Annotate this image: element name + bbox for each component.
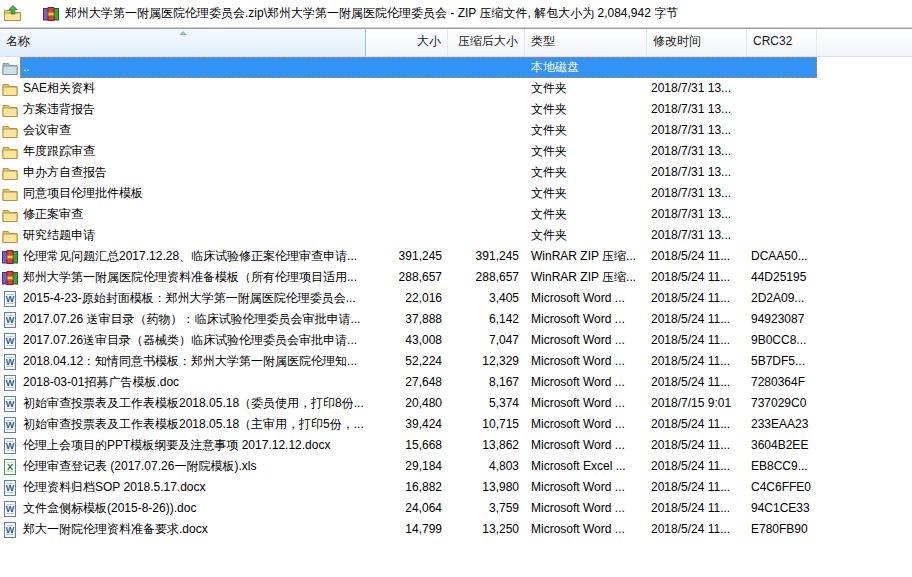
cell-size [367,184,449,203]
row-body[interactable]: 同意项目伦理批件模板文件夹2018/7/31 13... [20,183,817,204]
cell-type: Microsoft Word ... [526,331,648,350]
file-row[interactable]: W2018.04.12：知情同意书模板：郑州大学第一附属医院伦理知...52,2… [0,351,912,372]
file-row[interactable]: 伦理常见问题汇总2017.12.28、临床试验修正案伦理审查申请...391,2… [0,246,912,267]
column-header-size[interactable]: 大小 [366,29,448,56]
svg-text:W: W [6,335,15,345]
row-body[interactable]: 伦理常见问题汇总2017.12.28、临床试验修正案伦理审查申请...391,2… [20,246,817,267]
row-body[interactable]: 伦理审查登记表 (2017.07.26一附院模板).xls29,1844,803… [20,456,817,477]
parent-folder-icon [0,60,20,76]
sort-ascending-icon [179,31,187,35]
cell-name: SAE相关资料 [21,79,367,98]
column-header-crc[interactable]: CRC32 [747,29,817,56]
folder-row[interactable]: 同意项目伦理批件模板文件夹2018/7/31 13... [0,183,912,204]
folder-row[interactable]: 研究结题申请文件夹2018/7/31 13... [0,225,912,246]
cell-crc: E780FB90 [748,520,817,539]
folder-row[interactable]: 方案违背报告文件夹2018/7/31 13... [0,99,912,120]
cell-mod: 2018/5/24 11... [648,436,748,455]
cell-crc [748,79,817,98]
archive-path-bar[interactable]: 郑州大学第一附属医院伦理委员会.zip\郑州大学第一附属医院伦理委员会 - ZI… [43,5,678,22]
file-row[interactable]: W郑大一附院伦理资料准备要求.docx14,79913,250Microsoft… [0,519,912,540]
folder-icon [0,228,20,244]
cell-type: WinRAR ZIP 压缩... [526,247,648,266]
row-body[interactable]: 初始审查投票表及工作表模板2018.05.18（主审用，打印5份，...39,4… [20,414,817,435]
folder-row[interactable]: 会议审查文件夹2018/7/31 13... [0,120,912,141]
file-row[interactable]: W2017.07.26送审目录（器械类）临床试验伦理委员会审批申请...43,0… [0,330,912,351]
row-body[interactable]: 2017.07.26送审目录（器械类）临床试验伦理委员会审批申请...43,00… [20,330,817,351]
file-row[interactable]: W文件盒侧标模板(2015-8-26)).doc24,0643,759Micro… [0,498,912,519]
cell-mod: 2018/5/24 11... [648,352,748,371]
cell-size: 20,480 [367,394,449,413]
winrar-archive-icon [0,270,20,286]
row-body[interactable]: 郑州大学第一附属医院伦理资料准备模板（所有伦理项目适用...288,657288… [20,267,817,288]
column-header-mod[interactable]: 修改时间 [647,29,747,56]
folder-row[interactable]: 修正案审查文件夹2018/7/31 13... [0,204,912,225]
folder-icon [0,186,20,202]
row-body[interactable]: 文件盒侧标模板(2015-8-26)).doc24,0643,759Micros… [20,498,817,519]
svg-text:W: W [6,419,15,429]
cell-mod: 2018/7/31 13... [648,142,748,161]
cell-size: 14,799 [367,520,449,539]
row-body[interactable]: 会议审查文件夹2018/7/31 13... [20,120,817,141]
cell-crc [748,205,817,224]
row-body[interactable]: 方案违背报告文件夹2018/7/31 13... [20,99,817,120]
cell-name: 会议审查 [21,121,367,140]
row-body[interactable]: SAE相关资料文件夹2018/7/31 13... [20,78,817,99]
cell-size [367,226,449,245]
cell-size: 52,224 [367,352,449,371]
cell-packed [449,58,526,77]
file-row[interactable]: W2017.07.26 送审目录（药物）：临床试验伦理委员会审批申请...37,… [0,309,912,330]
cell-size: 288,657 [367,268,449,287]
row-body[interactable]: 初始审查投票表及工作表模板2018.05.18（委员使用，打印8份...20,4… [20,393,817,414]
row-body[interactable]: 申办方自查报告文件夹2018/7/31 13... [20,162,817,183]
cell-packed [449,205,526,224]
word-doc-icon: W [0,417,20,433]
file-row[interactable]: W伦理上会项目的PPT模板纲要及注意事项 2017.12.12.docx15,6… [0,435,912,456]
file-row[interactable]: X伦理审查登记表 (2017.07.26一附院模板).xls29,1844,80… [0,456,912,477]
folder-row[interactable]: 申办方自查报告文件夹2018/7/31 13... [0,162,912,183]
cell-packed: 7,047 [449,331,526,350]
folder-row[interactable]: 年度跟踪审查文件夹2018/7/31 13... [0,141,912,162]
file-row[interactable]: W初始审查投票表及工作表模板2018.05.18（委员使用，打印8份...20,… [0,393,912,414]
row-body[interactable]: 修正案审查文件夹2018/7/31 13... [20,204,817,225]
cell-crc: 5B7DF5... [748,352,817,371]
file-row[interactable]: W初始审查投票表及工作表模板2018.05.18（主审用，打印5份，...39,… [0,414,912,435]
word-doc-icon: W [0,333,20,349]
svg-text:W: W [6,440,15,450]
cell-packed: 4,803 [449,457,526,476]
row-body[interactable]: 2018-03-01招募广告模板.doc27,6488,167Microsoft… [20,372,817,393]
cell-packed [449,163,526,182]
cell-size [367,79,449,98]
row-body[interactable]: 2018.04.12：知情同意书模板：郑州大学第一附属医院伦理知...52,22… [20,351,817,372]
row-body[interactable]: 2015-4-23-原始封面模板：郑州大学第一附属医院伦理委员会...22,01… [20,288,817,309]
cell-name: 伦理资料归档SOP 2018.5.17.docx [21,478,367,497]
cell-type: 文件夹 [526,121,648,140]
row-body[interactable]: 2017.07.26 送审目录（药物）：临床试验伦理委员会审批申请...37,8… [20,309,817,330]
cell-type: Microsoft Word ... [526,436,648,455]
file-row[interactable]: W2018-03-01招募广告模板.doc27,6488,167Microsof… [0,372,912,393]
cell-type: Microsoft Word ... [526,394,648,413]
cell-packed: 3,405 [449,289,526,308]
row-body[interactable]: 研究结题申请文件夹2018/7/31 13... [20,225,817,246]
folder-row[interactable]: ..本地磁盘 [0,57,912,78]
file-row[interactable]: 郑州大学第一附属医院伦理资料准备模板（所有伦理项目适用...288,657288… [0,267,912,288]
cell-mod: 2018/5/24 11... [648,457,748,476]
svg-text:W: W [6,356,15,366]
row-body[interactable]: 伦理资料归档SOP 2018.5.17.docx16,88213,980Micr… [20,477,817,498]
cell-packed [449,100,526,119]
file-row[interactable]: W2015-4-23-原始封面模板：郑州大学第一附属医院伦理委员会...22,0… [0,288,912,309]
cell-packed [449,121,526,140]
cell-name: 同意项目伦理批件模板 [21,184,367,203]
column-header-packed[interactable]: 压缩后大小 [448,29,525,56]
row-body[interactable]: 年度跟踪审查文件夹2018/7/31 13... [20,141,817,162]
cell-name: 文件盒侧标模板(2015-8-26)).doc [21,499,367,518]
column-header-type[interactable]: 类型 [525,29,647,56]
cell-mod: 2018/7/31 13... [648,184,748,203]
file-list: ..本地磁盘SAE相关资料文件夹2018/7/31 13...方案违背报告文件夹… [0,57,912,540]
row-body[interactable]: 伦理上会项目的PPT模板纲要及注意事项 2017.12.12.docx15,66… [20,435,817,456]
folder-up-icon[interactable] [3,4,22,23]
file-row[interactable]: W伦理资料归档SOP 2018.5.17.docx16,88213,980Mic… [0,477,912,498]
selected-row-body[interactable]: ..本地磁盘 [20,57,817,78]
row-body[interactable]: 郑大一附院伦理资料准备要求.docx14,79913,250Microsoft … [20,519,817,540]
cell-name: 伦理常见问题汇总2017.12.28、临床试验修正案伦理审查申请... [21,247,367,266]
folder-row[interactable]: SAE相关资料文件夹2018/7/31 13... [0,78,912,99]
